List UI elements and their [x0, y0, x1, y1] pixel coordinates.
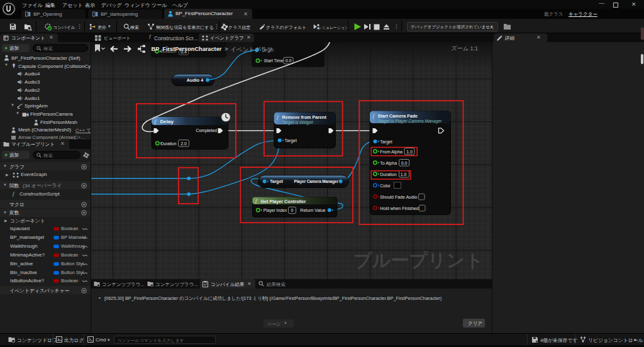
svg-text:Duration: Duration: [380, 172, 397, 177]
svg-text:From Alpha: From Alpha: [380, 150, 402, 155]
svg-text:Completed: Completed: [196, 128, 217, 133]
svg-text:Target is Widget: Target is Widget: [282, 120, 314, 125]
svg-text:BP_FirstPersonCharacter: BP_FirstPersonCharacter: [152, 46, 222, 52]
svg-text:0.0: 0.0: [401, 161, 408, 165]
svg-text:Remove from Parent: Remove from Parent: [282, 114, 327, 120]
svg-text:To Alpha: To Alpha: [380, 161, 397, 166]
svg-text:Start Time: Start Time: [264, 58, 284, 63]
svg-text:Return Value: Return Value: [300, 208, 325, 212]
svg-text:Duration: Duration: [161, 141, 177, 146]
svg-text:Audio 4: Audio 4: [187, 77, 203, 83]
svg-text:Hold when Finished: Hold when Finished: [380, 206, 419, 211]
svg-text:イベントグラフ: イベントグラフ: [230, 46, 273, 53]
svg-text:Target: Target: [270, 179, 284, 184]
svg-text:Should Fade Audio: Should Fade Audio: [380, 195, 417, 199]
svg-text:Target: Target: [285, 138, 297, 143]
svg-text:1.0: 1.0: [401, 172, 407, 177]
svg-text:ブループリント: ブループリント: [353, 250, 484, 270]
svg-text:2.0: 2.0: [180, 141, 187, 146]
svg-text:Get Player Controller: Get Player Controller: [261, 199, 306, 204]
svg-text:Player Index: Player Index: [264, 208, 287, 213]
svg-text:Player Camera Manager: Player Camera Manager: [294, 179, 339, 184]
svg-text:Delay: Delay: [160, 119, 174, 124]
svg-text:Target: Target: [380, 140, 392, 145]
svg-text:1.0: 1.0: [406, 150, 413, 154]
svg-text:Start Camera Fade: Start Camera Fade: [378, 113, 418, 119]
svg-text:0.0: 0.0: [286, 58, 292, 63]
svg-text:>: >: [225, 45, 228, 52]
svg-text:Target is Player Camera Manage: Target is Player Camera Manager: [378, 119, 442, 124]
svg-text:Color: Color: [380, 184, 391, 188]
svg-text:0: 0: [291, 208, 294, 212]
svg-text:ズーム 1:1: ズーム 1:1: [452, 45, 478, 52]
